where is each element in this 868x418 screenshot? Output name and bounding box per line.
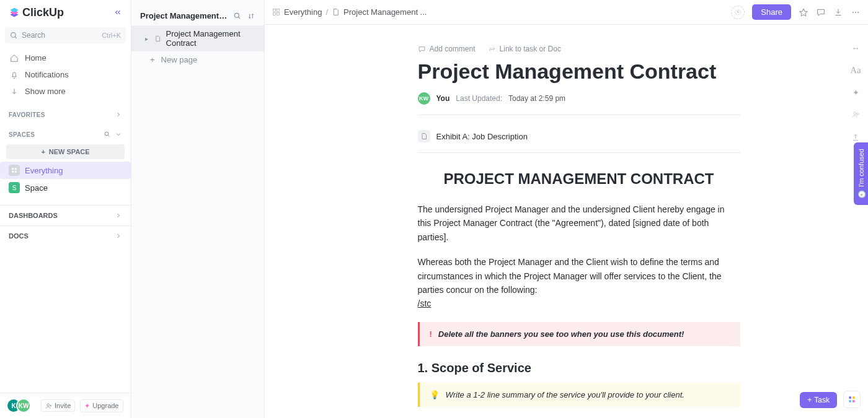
page-icon	[154, 35, 161, 43]
people-icon[interactable]	[851, 110, 861, 121]
doc-section-heading[interactable]: 1. Scope of Service	[418, 361, 740, 375]
doc-title[interactable]: Project Management Contract	[418, 59, 740, 84]
updated-time: Today at 2:59 pm	[508, 94, 565, 103]
invite-button[interactable]: Invite	[41, 399, 75, 412]
svg-rect-22	[852, 400, 855, 403]
search-input[interactable]: Search Ctrl+K	[5, 27, 126, 43]
svg-point-16	[857, 12, 859, 13]
grid-icon	[848, 395, 856, 404]
svg-rect-4	[12, 171, 14, 173]
svg-rect-9	[273, 9, 276, 12]
chevron-down-icon[interactable]	[115, 131, 122, 138]
left-sidebar: ClickUp Search Ctrl+K Home Notifications…	[0, 0, 131, 418]
more-icon[interactable]	[851, 7, 861, 17]
confused-button[interactable]: 🕑 I'm confused	[854, 142, 868, 205]
logo[interactable]: ClickUp	[9, 6, 64, 19]
download-icon[interactable]	[833, 7, 843, 17]
svg-rect-21	[849, 400, 851, 403]
link-task-button[interactable]: Link to task or Doc	[488, 45, 561, 53]
svg-point-0	[11, 32, 16, 37]
space-everything[interactable]: Everything	[0, 162, 131, 179]
collapse-sidebar-icon[interactable]	[113, 8, 122, 17]
comment-icon[interactable]	[816, 7, 826, 17]
exclamation-icon: !	[430, 329, 432, 339]
svg-point-17	[853, 112, 856, 115]
doc-page-item[interactable]: ▸ Project Management Contract	[131, 25, 264, 51]
grid-icon	[9, 165, 20, 176]
breadcrumb: Everything / Project Management ...	[272, 7, 427, 17]
dashboards-section[interactable]: DASHBOARDS	[0, 205, 131, 225]
sidebar-footer: K KW Invite ✦ Upgrade	[0, 393, 131, 418]
search-icon	[10, 32, 18, 40]
doc-paragraph[interactable]: Whereas both the Project Manager and the…	[418, 255, 740, 311]
breadcrumb-current[interactable]: Project Management ...	[343, 7, 427, 17]
apps-button[interactable]	[843, 391, 861, 408]
svg-point-6	[47, 403, 50, 406]
add-comment-button[interactable]: Add comment	[418, 45, 476, 53]
new-page-button[interactable]: + New page	[131, 51, 264, 68]
svg-rect-19	[849, 396, 851, 399]
updated-label: Last Updated:	[456, 94, 502, 103]
svg-point-14	[852, 12, 854, 13]
svg-point-8	[234, 13, 239, 17]
history-icon[interactable]	[731, 6, 745, 19]
nav-show-more[interactable]: Show more	[5, 83, 126, 100]
new-space-button[interactable]: + NEW SPACE	[6, 144, 125, 159]
banner-warning[interactable]: ! Delete all the banners you see too whe…	[418, 322, 740, 346]
subpage-link[interactable]: Exhibit A: Job Description	[418, 124, 740, 153]
bulb-icon: 💡	[430, 390, 440, 399]
svg-rect-5	[15, 171, 17, 173]
main-content: Everything / Project Management ... Shar…	[265, 0, 868, 418]
chevron-right-icon	[115, 212, 122, 219]
search-spaces-icon[interactable]	[104, 131, 111, 138]
svg-point-1	[105, 132, 108, 136]
user-plus-icon	[45, 403, 52, 409]
clock-icon: 🕑	[857, 191, 865, 199]
nav-notifications[interactable]: Notifications	[5, 66, 126, 83]
svg-rect-2	[12, 168, 14, 170]
doc-sidebar-title: Project Management Services Co…	[140, 11, 228, 20]
topbar: Everything / Project Management ... Shar…	[265, 0, 868, 25]
expand-icon[interactable]: ↔	[852, 43, 860, 53]
sparkle-icon: ✦	[84, 402, 90, 410]
upgrade-button[interactable]: ✦ Upgrade	[80, 399, 123, 412]
svg-rect-20	[852, 396, 855, 399]
sort-icon[interactable]	[247, 12, 255, 20]
svg-rect-3	[15, 168, 17, 170]
search-shortcut: Ctrl+K	[102, 32, 121, 39]
chevron-down-icon	[10, 87, 19, 96]
share-button[interactable]: Share	[752, 4, 791, 20]
svg-rect-11	[273, 13, 276, 15]
plus-icon: +	[807, 396, 812, 404]
slash-command[interactable]: /stc	[418, 298, 432, 308]
author-name: You	[436, 94, 450, 103]
plus-icon: +	[150, 55, 155, 64]
search-icon[interactable]	[233, 12, 242, 20]
page-icon	[332, 8, 340, 16]
nav-home[interactable]: Home	[5, 50, 126, 66]
user-avatars[interactable]: K KW	[6, 398, 31, 413]
bell-icon	[10, 71, 19, 79]
plus-icon: +	[41, 148, 45, 155]
doc-heading[interactable]: PROJECT MANAGEMENT CONTRACT	[418, 170, 740, 188]
favorites-section[interactable]: FAVORITES	[0, 101, 131, 121]
svg-point-15	[855, 12, 856, 13]
space-avatar: S	[9, 182, 20, 193]
docs-section[interactable]: DOCS	[0, 225, 131, 246]
link-icon	[488, 45, 496, 53]
doc-meta: KW You Last Updated: Today at 2:59 pm	[418, 92, 740, 115]
ai-icon[interactable]: ✦	[852, 88, 859, 97]
svg-point-18	[856, 113, 858, 115]
banner-tip[interactable]: 💡 Write a 1-2 line summary of the servic…	[418, 383, 740, 407]
typography-icon[interactable]: Aa	[850, 65, 861, 76]
doc-paragraph[interactable]: The undersigned Project Manager and the …	[418, 202, 740, 244]
new-task-button[interactable]: + Task	[800, 392, 837, 408]
clickup-logo-icon	[9, 7, 20, 18]
space-item[interactable]: S Space	[0, 179, 131, 196]
breadcrumb-root[interactable]: Everything	[284, 7, 322, 17]
app-name: ClickUp	[22, 6, 64, 19]
avatar: KW	[16, 398, 31, 413]
grid-icon[interactable]	[272, 8, 280, 16]
right-toolbar: ↔ Aa ✦	[843, 25, 868, 418]
star-icon[interactable]	[799, 7, 808, 17]
